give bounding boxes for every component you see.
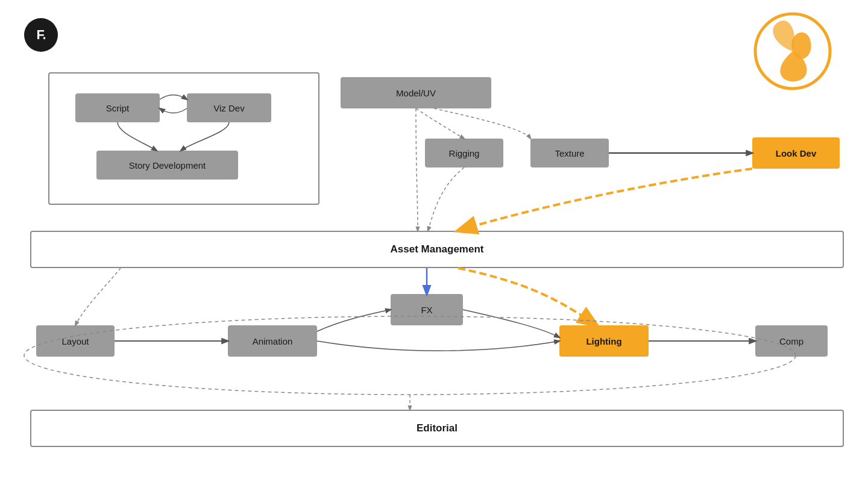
- comp-node[interactable]: Comp: [755, 325, 828, 357]
- editorial-label: Editorial: [417, 422, 458, 434]
- foundry-logo: [753, 12, 832, 90]
- logo: F.: [24, 18, 58, 52]
- pre-production-box: [48, 72, 319, 205]
- model-uv-node[interactable]: Model/UV: [341, 77, 491, 108]
- story-dev-node[interactable]: Story Development: [96, 151, 238, 180]
- canvas: F. Script Viz Dev Story Development Mode…: [0, 0, 868, 488]
- editorial-band: Editorial: [30, 410, 844, 447]
- svg-point-1: [24, 316, 796, 395]
- texture-node[interactable]: Texture: [530, 139, 609, 167]
- asset-management-label: Asset Management: [391, 243, 484, 255]
- rigging-node[interactable]: Rigging: [425, 139, 503, 167]
- lighting-node[interactable]: Lighting: [559, 325, 649, 357]
- script-node[interactable]: Script: [75, 93, 160, 122]
- look-dev-node[interactable]: Look Dev: [752, 137, 840, 169]
- fx-node[interactable]: FX: [391, 294, 463, 325]
- layout-node[interactable]: Layout: [36, 325, 115, 357]
- asset-management-band: Asset Management: [30, 231, 844, 268]
- viz-dev-node[interactable]: Viz Dev: [187, 93, 271, 122]
- animation-node[interactable]: Animation: [228, 325, 317, 357]
